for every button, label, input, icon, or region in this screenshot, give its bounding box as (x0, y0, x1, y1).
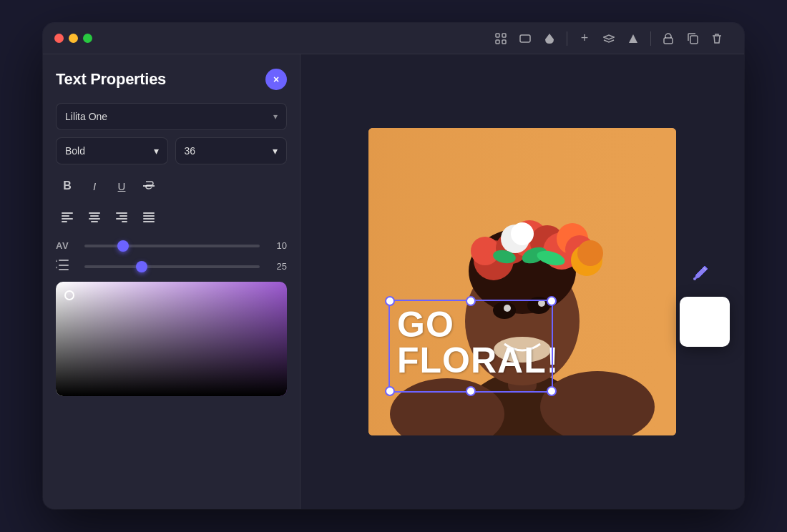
svg-rect-1 (502, 34, 506, 37)
svg-marker-28 (56, 260, 57, 262)
svg-rect-24 (143, 221, 155, 222)
svg-rect-18 (119, 215, 127, 217)
svg-point-58 (693, 277, 696, 280)
svg-rect-20 (122, 221, 127, 222)
maximize-light[interactable] (83, 34, 92, 43)
color-picker-handle[interactable] (64, 290, 74, 300)
toolbar-icons: + (485, 29, 733, 49)
svg-rect-11 (62, 218, 73, 220)
svg-rect-14 (90, 215, 99, 217)
format-buttons-row: B I U (56, 174, 287, 197)
panel-title: Text Properties (56, 70, 166, 89)
svg-rect-26 (59, 265, 69, 266)
svg-rect-10 (62, 215, 69, 217)
main-content: Text Properties × Lilita One ▾ Bold ▾ 36… (43, 54, 744, 509)
svg-rect-12 (62, 221, 67, 222)
svg-rect-25 (59, 260, 69, 261)
close-panel-button[interactable]: × (265, 69, 287, 90)
italic-button[interactable]: I (83, 174, 106, 197)
svg-rect-0 (496, 34, 499, 37)
svg-marker-5 (629, 34, 637, 43)
svg-rect-4 (520, 35, 530, 42)
svg-rect-22 (143, 215, 155, 217)
canvas-wrapper: GO FLORAL! (368, 128, 676, 435)
canvas-area: GO FLORAL! (300, 54, 744, 509)
handle-top-right[interactable] (547, 296, 557, 306)
triangle-icon[interactable] (623, 29, 643, 49)
bold-button[interactable]: B (56, 174, 79, 197)
font-style-row: Bold ▾ 36 ▾ (56, 137, 287, 164)
letter-spacing-row: AV 10 (56, 240, 287, 251)
handle-bottom-right[interactable] (547, 386, 557, 396)
font-size-select[interactable]: 36 ▾ (175, 137, 288, 164)
grid-icon[interactable] (491, 29, 511, 49)
handle-bottom-left[interactable] (385, 386, 395, 396)
droplet-icon[interactable] (539, 29, 559, 49)
eyedropper-tool[interactable] (688, 260, 713, 286)
canvas-image[interactable]: GO FLORAL! (368, 128, 676, 435)
handle-top-mid[interactable] (466, 296, 476, 306)
chevron-down-icon-2: ▾ (154, 145, 159, 157)
toolbar-separator-1 (567, 31, 567, 46)
copy-icon[interactable] (683, 29, 703, 49)
selection-box[interactable] (388, 300, 553, 393)
svg-rect-9 (62, 212, 73, 214)
align-buttons-row (56, 206, 287, 229)
svg-point-50 (511, 222, 534, 245)
chevron-down-icon-3: ▾ (273, 145, 278, 157)
letter-spacing-slider[interactable] (84, 245, 260, 247)
svg-rect-21 (143, 212, 155, 214)
square-icon[interactable] (515, 29, 535, 49)
align-left-button[interactable] (56, 206, 79, 229)
font-family-select[interactable]: Lilita One ▾ (56, 103, 287, 130)
svg-rect-2 (496, 40, 499, 44)
handle-top-left[interactable] (385, 296, 395, 306)
svg-marker-29 (56, 267, 57, 269)
letter-spacing-label: AV (56, 240, 77, 251)
svg-rect-7 (690, 36, 698, 44)
traffic-lights (54, 34, 92, 43)
align-center-button[interactable] (83, 206, 106, 229)
align-right-button[interactable] (110, 206, 133, 229)
chevron-down-icon: ▾ (273, 112, 278, 122)
underline-button[interactable]: U (110, 174, 133, 197)
minimize-light[interactable] (69, 34, 78, 43)
line-height-label (56, 260, 77, 273)
toolbar-separator-2 (650, 31, 651, 46)
font-family-row: Lilita One ▾ (56, 103, 287, 130)
panel-header: Text Properties × (56, 69, 287, 90)
svg-rect-17 (116, 212, 127, 214)
svg-rect-13 (89, 212, 100, 214)
add-icon[interactable]: + (575, 29, 595, 49)
handle-bottom-mid[interactable] (466, 386, 476, 396)
delete-icon[interactable] (707, 29, 727, 49)
line-height-row: 25 (56, 260, 287, 273)
font-weight-select[interactable]: Bold ▾ (56, 137, 168, 164)
svg-rect-3 (502, 40, 506, 44)
svg-rect-27 (59, 269, 69, 270)
svg-rect-19 (116, 218, 127, 220)
letter-spacing-value: 10 (267, 240, 287, 251)
svg-point-55 (577, 240, 603, 266)
line-height-slider[interactable] (84, 265, 260, 268)
lock-icon[interactable] (658, 29, 678, 49)
align-justify-button[interactable] (137, 206, 160, 229)
white-color-card[interactable] (680, 297, 730, 347)
svg-rect-16 (91, 221, 98, 222)
title-bar: + (43, 23, 744, 54)
font-family-value: Lilita One (65, 111, 107, 122)
svg-rect-6 (664, 38, 673, 44)
svg-point-42 (471, 237, 499, 265)
font-size-value: 36 (185, 145, 196, 157)
color-picker[interactable] (56, 282, 287, 396)
svg-rect-23 (143, 218, 155, 220)
strikethrough-button[interactable] (137, 174, 160, 197)
app-window: + (43, 23, 744, 509)
svg-rect-15 (89, 218, 100, 220)
text-properties-panel: Text Properties × Lilita One ▾ Bold ▾ 36… (43, 54, 300, 509)
line-height-value: 25 (267, 261, 287, 272)
font-weight-value: Bold (65, 145, 85, 157)
close-light[interactable] (54, 34, 64, 43)
layers-icon[interactable] (599, 29, 619, 49)
